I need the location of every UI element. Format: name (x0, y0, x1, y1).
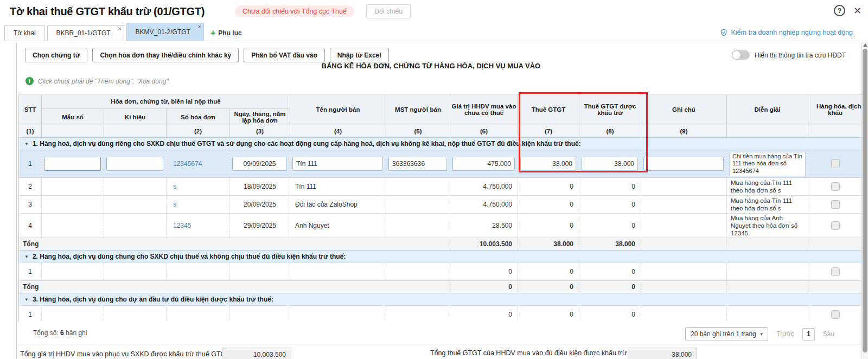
close-tab-icon[interactable]: × (118, 26, 121, 32)
close-tab-icon[interactable]: × (198, 24, 201, 30)
mst-input[interactable] (388, 157, 447, 171)
tab-bkbr-01-1[interactable]: BKBR_01-1/GTGT × (47, 25, 124, 41)
cell-thue-gtgt: 0 (518, 306, 579, 322)
collapse-caret-icon[interactable]: ▼ (24, 297, 29, 302)
ghi-chu-input[interactable] (643, 157, 724, 171)
cell-gia-tri (450, 150, 518, 178)
table-row: 41234529/09/2025Anh Nguyet28.50000Mua hà… (19, 214, 862, 238)
add-phu-luc-tab[interactable]: + Phụ lục (206, 25, 246, 41)
cell-ngay: 20/09/2025 (230, 196, 290, 214)
phan-bo-vat-button[interactable]: Phân bổ VAT đầu vào (244, 48, 325, 62)
close-icon[interactable]: ✕ (853, 6, 861, 16)
info-icon: i (25, 77, 34, 85)
cell-ten-nguoi-ban: Đối tác của ZaloShop (290, 196, 386, 214)
khau-tru-checkbox[interactable] (831, 267, 840, 276)
col-header-stt: STT (19, 94, 42, 125)
cell-ten-nguoi-ban (290, 150, 386, 178)
ngay-input[interactable] (232, 157, 287, 171)
current-page-box[interactable]: 1 (802, 328, 815, 341)
cell (641, 238, 727, 251)
chon-hoa-don-thay-the-button[interactable]: Chọn hóa đơn thay thế/điều chỉnh khác kỳ (92, 48, 239, 62)
check-business-link[interactable]: Kiểm tra doanh nghiệp ngừng hoạt động (720, 29, 853, 36)
cell-khau-tru (808, 214, 862, 238)
thue-gtgt-input[interactable] (520, 157, 576, 171)
next-page-button[interactable]: Sau (823, 330, 834, 338)
summary-label-1: Tổng giá trị HHDV mua vào phục vụ SXKD đ… (20, 350, 231, 358)
scroll-up-arrow-icon[interactable] (863, 43, 867, 47)
so-hoa-don-link[interactable]: 12345 (173, 222, 191, 229)
cell (808, 281, 862, 293)
khau-tru-checkbox[interactable] (831, 221, 840, 230)
cell-mst (386, 263, 450, 281)
collapse-caret-icon[interactable]: ▼ (24, 142, 29, 146)
collapse-caret-icon[interactable]: ▼ (24, 254, 29, 259)
table-title: BẢNG KÊ HÓA ĐƠN, CHỨNG TỪ HÀNG HÓA, DỊCH… (17, 62, 845, 70)
total-thue-gtgt: 38.000 (518, 238, 579, 251)
chevron-down-icon: ▾ (760, 331, 763, 337)
mau-so-input[interactable] (44, 157, 101, 171)
dien-giai-text: Mua hàng của Tín 111 theo hóa đơn số s (727, 178, 808, 195)
scrollbar-thumb[interactable] (863, 49, 867, 352)
so-hoa-don-link[interactable]: s (173, 183, 176, 190)
cell-thue-khau-tru: 0 (579, 263, 641, 281)
pagination: 20 bản ghi trên 1 trang ▾ Trước 1 Sau (685, 327, 834, 341)
tab-label: Phụ lục (218, 29, 241, 37)
tab-bkmv-01-2[interactable]: BKMV_01-2/GTGT × (126, 23, 204, 41)
cell-stt: 2 (19, 178, 42, 196)
col-header-mau-so: Mẫu số (42, 109, 104, 125)
cell (641, 281, 727, 293)
cell-ghi-chu (641, 178, 727, 196)
ten-nguoi-ban-input[interactable] (292, 157, 383, 171)
page-size-select[interactable]: 20 bản ghi trên 1 trang ▾ (685, 327, 768, 341)
cell-dien-giai (727, 306, 808, 322)
khau-tru-checkbox[interactable] (831, 200, 840, 209)
toggle-label: Hiển thị thông tin tra cứu HĐĐT (755, 52, 846, 59)
help-icon[interactable]: ? (834, 5, 845, 16)
dien-giai-text: Mua hàng của Tín 111 theo hóa đơn số s (727, 196, 808, 213)
cell-so-hoa-don: s (167, 196, 230, 214)
chon-chung-tu-button[interactable]: Chọn chứng từ (25, 48, 87, 62)
doi-chieu-button[interactable]: Đối chiếu (366, 4, 411, 18)
dien-giai-box[interactable]: Chi tiền mua hàng của Tín 111 theo hóa đ… (729, 152, 806, 176)
cell-mau-so (42, 196, 104, 214)
cell-ngay: 18/09/2025 (230, 178, 290, 196)
col-header-so-hoa-don: Số hóa đơn (167, 109, 230, 125)
cell-dien-giai: Chi tiền mua hàng của Tín 111 theo hóa đ… (727, 150, 808, 178)
ki-hieu-input[interactable] (106, 157, 163, 171)
thue-khau-tru-input[interactable] (582, 157, 638, 171)
so-hoa-don-link[interactable]: 12345674 (173, 160, 202, 168)
cell-thue-khau-tru: 0 (579, 178, 641, 196)
cell-ngay (230, 150, 290, 178)
invoice-table: STT Hóa đơn, chứng từ, biên lai nộp thuế… (18, 94, 861, 322)
total-row: Tổng000 (19, 281, 862, 293)
cell-ki-hieu (104, 150, 167, 178)
total-thue-gtgt: 0 (518, 281, 579, 293)
hddt-toggle[interactable] (732, 50, 750, 60)
prev-page-button[interactable]: Trước (776, 330, 794, 338)
summary-label-2: Tổng thuế GTGT của HHDV mua vào đủ điều … (430, 349, 627, 357)
cell-ngay (230, 306, 290, 322)
hint-line: i Click chuột phải để "Thêm dòng", "Xóa … (25, 77, 170, 85)
khau-tru-checkbox[interactable] (831, 310, 840, 319)
khau-tru-checkbox[interactable] (831, 182, 840, 191)
so-hoa-don-link[interactable]: s (173, 201, 176, 208)
nhap-tu-excel-button[interactable]: Nhập từ Excel (330, 48, 389, 62)
cell-gia-tri: 0 (450, 263, 518, 281)
cell-khau-tru (808, 178, 862, 196)
cell-mau-so (42, 178, 104, 196)
summary-value-1: 10.003.500 (222, 348, 291, 359)
vertical-scrollbar[interactable] (861, 42, 868, 359)
cell-gia-tri: 28.500 (450, 214, 518, 238)
cell (727, 238, 808, 251)
cell-mau-so (42, 214, 104, 238)
cell-thue-gtgt: 0 (518, 178, 579, 196)
table-row: 3s20/09/2025Đối tác của ZaloShop4.750.00… (19, 196, 862, 214)
cell-ghi-chu (641, 150, 727, 178)
tab-to-khai[interactable]: Tờ khai (4, 25, 45, 41)
cell-thue-khau-tru: 0 (579, 196, 641, 214)
cell-so-hoa-don: s (167, 178, 230, 196)
cell (727, 281, 808, 293)
khau-tru-checkbox[interactable] (831, 159, 840, 168)
col-header-thue-gtgt: Thuế GTGT (518, 94, 579, 125)
gia-tri-input[interactable] (452, 157, 515, 171)
